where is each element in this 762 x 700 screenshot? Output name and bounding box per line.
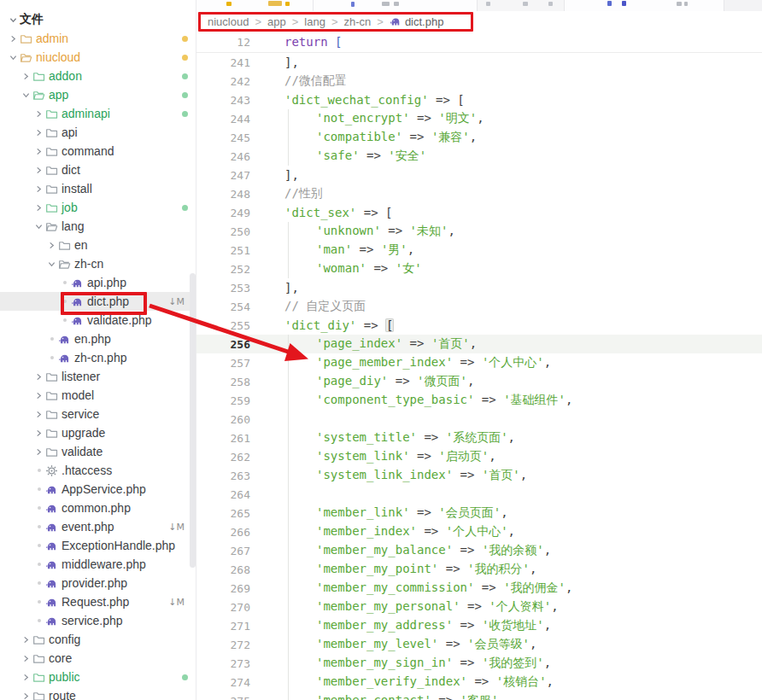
tree-item-addon[interactable]: addon bbox=[0, 67, 196, 85]
tree-item-request-php[interactable]: Request.php↓M bbox=[0, 592, 196, 611]
code-line-269[interactable]: 269'member_my_commission' => '我的佣金', bbox=[196, 579, 762, 598]
tree-item-provider-php[interactable]: provider.php bbox=[0, 574, 196, 592]
tree-item-exceptionhandle-php[interactable]: ExceptionHandle.php bbox=[0, 536, 196, 555]
tree-item-admin[interactable]: admin bbox=[0, 29, 196, 48]
code-line-246[interactable]: 246'safe' => '安全' bbox=[196, 147, 762, 166]
tree-item-niucloud[interactable]: niucloud bbox=[0, 48, 196, 67]
chevron-right-icon[interactable] bbox=[32, 145, 45, 158]
tree-item-validate[interactable]: validate bbox=[0, 442, 196, 461]
code-line-267[interactable]: 267'member_my_balance' => '我的余额', bbox=[196, 541, 762, 560]
code-line-272[interactable]: 272'member_my_level' => '会员等级', bbox=[196, 635, 762, 654]
explorer-header[interactable]: 文件 bbox=[0, 0, 196, 29]
tree-item-job[interactable]: job bbox=[0, 198, 196, 217]
tree-item-service-php[interactable]: service.php bbox=[0, 611, 196, 630]
editor-tab-strip[interactable] bbox=[196, 0, 762, 11]
chevron-right-icon[interactable] bbox=[20, 70, 32, 83]
breadcrumb-app[interactable]: app bbox=[267, 15, 286, 28]
chevron-right-icon[interactable] bbox=[20, 690, 32, 700]
chevron-right-icon[interactable] bbox=[32, 389, 45, 402]
tree-item-zh-cn-php[interactable]: zh-cn.php bbox=[0, 348, 196, 367]
chevron-right-icon[interactable] bbox=[20, 652, 32, 665]
tree-item-validate-php[interactable]: validate.php bbox=[0, 311, 196, 330]
tree-item-command[interactable]: command bbox=[0, 142, 196, 160]
tree-item-route[interactable]: route bbox=[0, 686, 196, 700]
chevron-right-icon[interactable] bbox=[32, 427, 45, 440]
chevron-down-icon[interactable] bbox=[32, 220, 45, 233]
tree-item-en-php[interactable]: en.php bbox=[0, 330, 196, 348]
chevron-right-icon[interactable] bbox=[20, 633, 32, 646]
code-line-252[interactable]: 252'woman' => '女' bbox=[196, 260, 762, 278]
code-line-250[interactable]: 250'unknown' => '未知', bbox=[196, 222, 762, 241]
code-line-273[interactable]: 273'member_my_sign_in' => '我的签到', bbox=[196, 654, 762, 673]
breadcrumb-zh-cn[interactable]: zh-cn bbox=[344, 15, 372, 28]
code-line-266[interactable]: 266'member_index' => '个人中心', bbox=[196, 522, 762, 541]
tree-item-api-php[interactable]: api.php bbox=[0, 273, 196, 292]
code-line-264[interactable]: 264 bbox=[196, 485, 762, 504]
chevron-right-icon[interactable] bbox=[32, 446, 45, 458]
chevron-right-icon[interactable] bbox=[32, 370, 45, 383]
code-line-256[interactable]: 256'page_index' => '首页', bbox=[196, 335, 762, 353]
sticky-scroll-line[interactable]: 12 return [ bbox=[196, 32, 762, 53]
code-line-247[interactable]: 247], bbox=[196, 166, 762, 184]
code-line-268[interactable]: 268'member_my_point' => '我的积分', bbox=[196, 560, 762, 579]
chevron-right-icon[interactable] bbox=[7, 32, 20, 45]
breadcrumb-file[interactable]: dict.php bbox=[405, 15, 444, 28]
code-line-270[interactable]: 270'member_my_personal' => '个人资料', bbox=[196, 598, 762, 616]
tree-item-common-php[interactable]: common.php bbox=[0, 499, 196, 517]
code-line-263[interactable]: 263'system_link_index' => '首页', bbox=[196, 466, 762, 485]
code-line-241[interactable]: 241], bbox=[196, 53, 762, 72]
breadcrumb-niucloud[interactable]: niucloud bbox=[208, 15, 249, 28]
tree-item-listener[interactable]: listener bbox=[0, 367, 196, 386]
code-line-257[interactable]: 257'page_member_index' => '个人中心', bbox=[196, 353, 762, 372]
tree-item-middleware-php[interactable]: middleware.php bbox=[0, 555, 196, 574]
code-line-245[interactable]: 245'compatible' => '兼容', bbox=[196, 128, 762, 147]
code-line-265[interactable]: 265'member_link' => '会员页面', bbox=[196, 504, 762, 522]
code-line-261[interactable]: 261'system_title' => '系统页面', bbox=[196, 429, 762, 447]
tree-item-lang[interactable]: lang bbox=[0, 217, 196, 236]
sidebar-scrollbar[interactable] bbox=[190, 273, 196, 568]
code-line-253[interactable]: 253], bbox=[196, 278, 762, 297]
code-line-249[interactable]: 249'dict_sex' => [ bbox=[196, 203, 762, 222]
chevron-right-icon[interactable] bbox=[32, 201, 45, 214]
tree-item-htaccess[interactable]: .htaccess bbox=[0, 461, 196, 480]
tree-item-appservice-php[interactable]: AppService.php bbox=[0, 480, 196, 499]
code-line-255[interactable]: 255'dict_diy' => [ bbox=[196, 316, 762, 335]
tree-item-public[interactable]: public bbox=[0, 668, 196, 686]
chevron-right-icon[interactable] bbox=[45, 239, 58, 252]
tree-item-en[interactable]: en bbox=[0, 236, 196, 254]
tree-item-dict-php[interactable]: dict.php↓M bbox=[0, 292, 196, 311]
tree-item-event-php[interactable]: event.php↓M bbox=[0, 517, 196, 536]
chevron-right-icon[interactable] bbox=[32, 108, 45, 120]
chevron-down-icon[interactable] bbox=[45, 258, 58, 271]
breadcrumb-lang[interactable]: lang bbox=[304, 15, 325, 28]
code-line-271[interactable]: 271'member_my_address' => '收货地址', bbox=[196, 616, 762, 635]
chevron-right-icon[interactable] bbox=[20, 671, 32, 684]
chevron-right-icon[interactable] bbox=[32, 126, 45, 139]
code-line-242[interactable]: 242//微信配置 bbox=[196, 72, 762, 90]
tree-item-adminapi[interactable]: adminapi bbox=[0, 104, 196, 123]
code-line-274[interactable]: 274'member_verify_index' => '核销台', bbox=[196, 673, 762, 691]
code-line-254[interactable]: 254// 自定义页面 bbox=[196, 297, 762, 316]
code-line-248[interactable]: 248//性别 bbox=[196, 184, 762, 203]
tree-item-model[interactable]: model bbox=[0, 386, 196, 405]
tree-item-config[interactable]: config bbox=[0, 630, 196, 649]
tree-item-core[interactable]: core bbox=[0, 649, 196, 668]
code-line-262[interactable]: 262'system_link' => '启动页', bbox=[196, 447, 762, 466]
code-line-251[interactable]: 251'man' => '男', bbox=[196, 241, 762, 260]
code-line-260[interactable]: 260 bbox=[196, 410, 762, 429]
code-line-244[interactable]: 244'not_encrypt' => '明文', bbox=[196, 109, 762, 128]
chevron-down-icon[interactable] bbox=[7, 51, 20, 64]
tree-item-api[interactable]: api bbox=[0, 123, 196, 142]
tree-item-service[interactable]: service bbox=[0, 405, 196, 423]
tree-item-dict[interactable]: dict bbox=[0, 160, 196, 179]
code-line-258[interactable]: 258'page_diy' => '微页面', bbox=[196, 372, 762, 391]
tree-item-upgrade[interactable]: upgrade bbox=[0, 423, 196, 442]
chevron-right-icon[interactable] bbox=[32, 408, 45, 421]
code-line-243[interactable]: 243'dict_wechat_config' => [ bbox=[196, 90, 762, 109]
tree-item-app[interactable]: app bbox=[0, 85, 196, 104]
chevron-down-icon[interactable] bbox=[20, 89, 32, 102]
chevron-right-icon[interactable] bbox=[32, 164, 45, 177]
code-line-259[interactable]: 259'component_type_basic' => '基础组件', bbox=[196, 391, 762, 410]
tree-item-zh-cn[interactable]: zh-cn bbox=[0, 254, 196, 273]
tree-item-install[interactable]: install bbox=[0, 179, 196, 198]
